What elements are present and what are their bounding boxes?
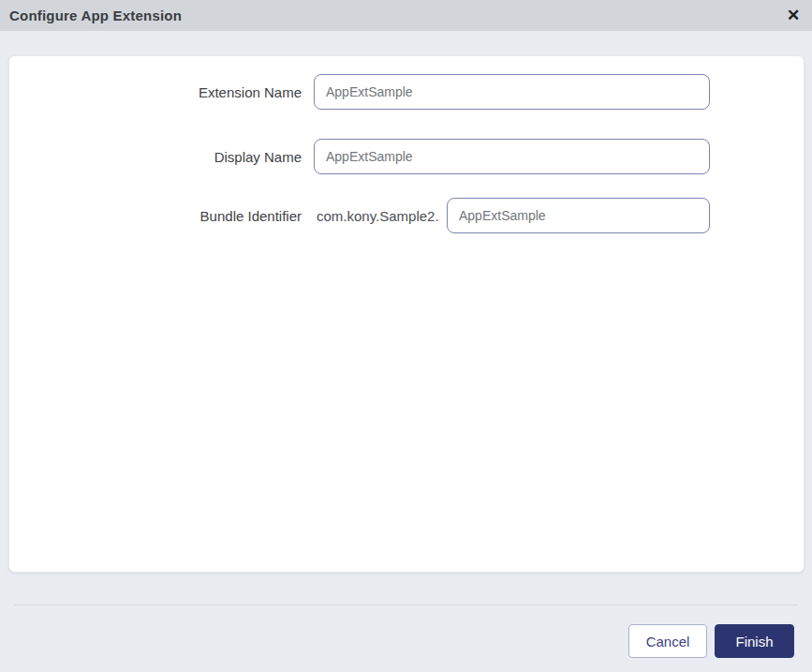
extension-name-label: Extension Name (9, 74, 302, 110)
display-name-input[interactable] (314, 139, 710, 174)
cancel-button[interactable]: Cancel (628, 624, 707, 658)
display-name-row: Display Name (9, 139, 804, 174)
finish-button[interactable]: Finish (715, 624, 794, 658)
bundle-identifier-input[interactable] (447, 198, 710, 233)
display-name-label: Display Name (9, 139, 302, 174)
form-panel: Extension Name Display Name Bundle Ident… (8, 55, 805, 573)
bundle-identifier-prefix: com.kony.Sample2. (317, 198, 439, 233)
bundle-identifier-label: Bundle Identifier (9, 198, 302, 233)
footer-divider (14, 605, 798, 605)
extension-name-input[interactable] (314, 74, 710, 110)
close-icon[interactable]: ✕ (780, 0, 806, 31)
dialog-title: Configure App Extension (0, 7, 182, 23)
bundle-identifier-row: Bundle Identifier com.kony.Sample2. (9, 198, 804, 233)
extension-name-row: Extension Name (9, 74, 804, 110)
dialog-titlebar: Configure App Extension ✕ (0, 0, 812, 31)
configure-app-extension-dialog: Configure App Extension ✕ Extension Name… (0, 0, 812, 672)
